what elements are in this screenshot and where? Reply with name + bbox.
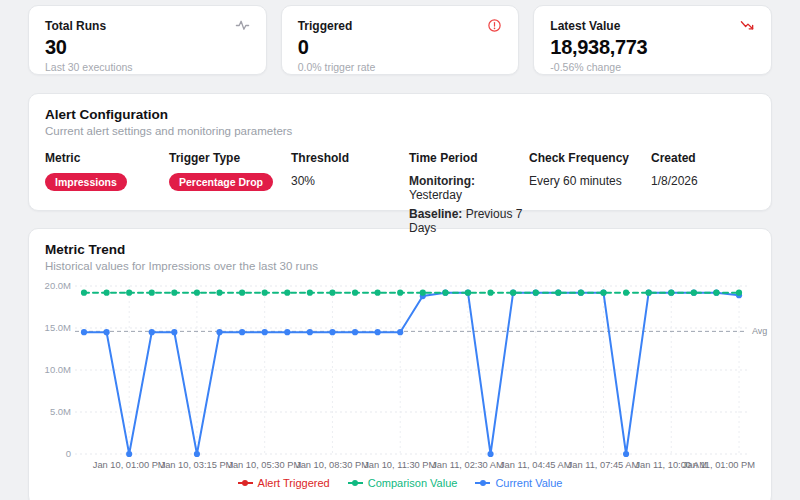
stat-label: Total Runs — [45, 19, 106, 33]
field-label: Time Period — [409, 151, 529, 165]
stat-subtext: Last 30 executions — [45, 61, 250, 73]
check-frequency-value: Every 60 minutes — [529, 174, 651, 188]
stat-card-triggered: Triggered 0 0.0% trigger rate — [281, 5, 520, 75]
baseline-period: Baseline: Previous 7 Days — [409, 207, 529, 235]
stat-value: 30 — [45, 36, 250, 59]
field-threshold: Threshold 30% — [291, 151, 409, 235]
panel-subtitle: Historical values for Impressions over t… — [45, 260, 755, 272]
activity-icon — [235, 18, 250, 33]
chart-legend: Alert TriggeredComparison ValueCurrent V… — [45, 477, 755, 489]
legend-marker-icon — [475, 482, 490, 484]
created-value: 1/8/2026 — [651, 174, 755, 188]
panel-title: Metric Trend — [45, 242, 755, 257]
svg-text:Jan 11, 01:00 PM: Jan 11, 01:00 PM — [683, 460, 755, 470]
metric-trend-panel: Metric Trend Historical values for Impre… — [28, 228, 772, 500]
svg-text:Jan 11, 02:30 AM: Jan 11, 02:30 AM — [432, 460, 504, 470]
monitoring-period: Monitoring: Yesterday — [409, 174, 529, 202]
config-fields: Metric Impressions Trigger Type Percenta… — [45, 151, 755, 235]
legend-label: Current Value — [495, 477, 562, 489]
panel-subtitle: Current alert settings and monitoring pa… — [45, 125, 755, 137]
field-metric: Metric Impressions — [45, 151, 169, 235]
svg-text:20.0M: 20.0M — [45, 280, 71, 291]
field-created: Created 1/8/2026 — [651, 151, 755, 235]
stat-card-header: Latest Value — [550, 18, 755, 33]
stat-subtext: -0.56% change — [550, 61, 755, 73]
legend-label: Alert Triggered — [258, 477, 330, 489]
trending-down-icon — [740, 18, 755, 33]
metric-badge: Impressions — [45, 173, 127, 191]
field-label: Trigger Type — [169, 151, 291, 165]
svg-text:Avg: Avg — [752, 326, 767, 336]
svg-text:Jan 10, 03:15 PM: Jan 10, 03:15 PM — [160, 460, 233, 470]
stat-card-header: Triggered — [298, 18, 503, 33]
svg-text:10.0M: 10.0M — [45, 364, 71, 375]
legend-item-alert-triggered[interactable]: Alert Triggered — [238, 477, 330, 489]
svg-text:5.0M: 5.0M — [50, 406, 71, 417]
svg-text:Jan 10, 05:30 PM: Jan 10, 05:30 PM — [228, 460, 301, 470]
stat-card-header: Total Runs — [45, 18, 250, 33]
field-time-period: Time Period Monitoring: Yesterday Baseli… — [409, 151, 529, 235]
legend-item-comparison-value[interactable]: Comparison Value — [348, 477, 458, 489]
stat-label: Latest Value — [550, 19, 620, 33]
stats-row: Total Runs 30 Last 30 executions Trigger… — [28, 5, 772, 75]
monitoring-value: Yesterday — [409, 188, 462, 202]
svg-text:Jan 11, 07:45 AM: Jan 11, 07:45 AM — [568, 460, 640, 470]
svg-text:15.0M: 15.0M — [45, 322, 71, 333]
trend-line-chart: 05.0M10.0M15.0M20.0MAvgJan 10, 01:00 PMJ… — [45, 278, 757, 474]
alert-circle-icon — [487, 18, 502, 33]
stat-card-latest-value: Latest Value 18,938,773 -0.56% change — [533, 5, 772, 75]
stat-subtext: 0.0% trigger rate — [298, 61, 503, 73]
panel-title: Alert Configuration — [45, 107, 755, 122]
svg-text:Jan 10, 08:30 PM: Jan 10, 08:30 PM — [296, 460, 369, 470]
field-label: Threshold — [291, 151, 409, 165]
alert-configuration-panel: Alert Configuration Current alert settin… — [28, 93, 772, 211]
stat-value: 18,938,773 — [550, 36, 755, 59]
svg-text:0: 0 — [66, 448, 71, 459]
stat-label: Triggered — [298, 19, 353, 33]
trigger-type-badge: Percentage Drop — [169, 173, 273, 191]
legend-marker-icon — [348, 482, 363, 484]
monitoring-label: Monitoring: — [409, 174, 475, 188]
legend-marker-icon — [238, 482, 253, 484]
stat-value: 0 — [298, 36, 503, 59]
baseline-label: Baseline: — [409, 207, 462, 221]
svg-text:Jan 10, 11:30 PM: Jan 10, 11:30 PM — [364, 460, 436, 470]
svg-text:Jan 11, 04:45 AM: Jan 11, 04:45 AM — [500, 460, 572, 470]
field-trigger-type: Trigger Type Percentage Drop — [169, 151, 291, 235]
svg-text:Jan 10, 01:00 PM: Jan 10, 01:00 PM — [93, 460, 166, 470]
field-label: Check Frequency — [529, 151, 651, 165]
threshold-value: 30% — [291, 174, 409, 188]
legend-item-current-value[interactable]: Current Value — [475, 477, 562, 489]
dashboard: Total Runs 30 Last 30 executions Trigger… — [0, 0, 800, 500]
legend-label: Comparison Value — [368, 477, 458, 489]
field-label: Metric — [45, 151, 169, 165]
field-label: Created — [651, 151, 755, 165]
field-check-frequency: Check Frequency Every 60 minutes — [529, 151, 651, 235]
stat-card-total-runs: Total Runs 30 Last 30 executions — [28, 5, 267, 75]
